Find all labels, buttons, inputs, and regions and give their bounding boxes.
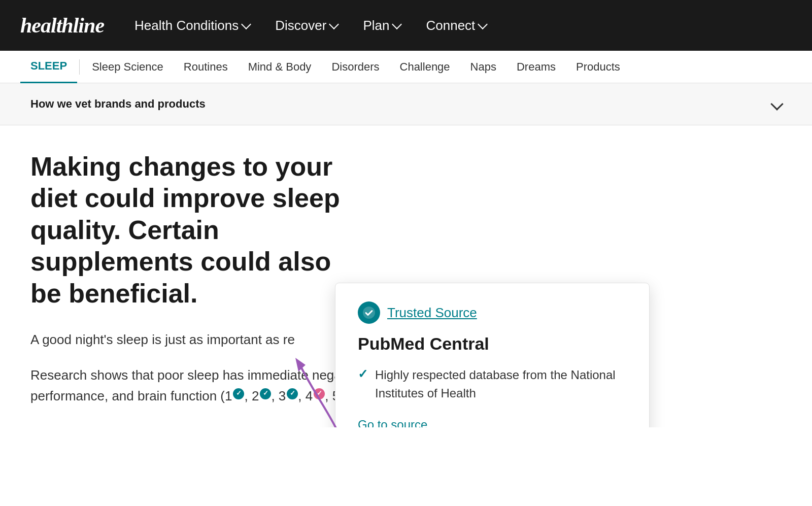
content-area: How we vet brands and products Making ch…: [0, 83, 812, 427]
chevron-down-icon: [329, 19, 340, 29]
subnav-item-mind-body[interactable]: Mind & Body: [238, 51, 322, 83]
intro-paragraph: A good night's sleep is just as importan…: [30, 329, 345, 351]
expand-chevron-icon[interactable]: [770, 97, 783, 110]
plan-link[interactable]: Plan: [363, 18, 400, 33]
nav-item-discover[interactable]: Discover: [275, 18, 337, 33]
main-content: Making changes to your diet could improv…: [0, 125, 812, 427]
trusted-source-header: Trusted Source: [358, 301, 627, 324]
sub-navigation: SLEEP Sleep Science Routines Mind & Body…: [0, 51, 812, 83]
citation-2[interactable]: ✓: [260, 388, 271, 399]
popup-title: PubMed Central: [358, 334, 627, 354]
go-to-source-link[interactable]: Go to source: [358, 418, 427, 427]
vet-bar-text: How we vet brands and products: [30, 97, 206, 111]
subnav-item-sleep[interactable]: SLEEP: [20, 51, 77, 83]
discover-link[interactable]: Discover: [275, 18, 337, 33]
citation-4[interactable]: ✓: [314, 388, 325, 399]
subnav-item-dreams[interactable]: Dreams: [506, 51, 566, 83]
svg-point-1: [363, 307, 375, 319]
trusted-icon: [358, 301, 380, 324]
connect-link[interactable]: Connect: [426, 18, 486, 33]
subnav-item-products[interactable]: Products: [566, 51, 630, 83]
subnav-item-routines[interactable]: Routines: [174, 51, 238, 83]
check-icon: ✓: [358, 367, 368, 381]
subnav-item-naps[interactable]: Naps: [460, 51, 506, 83]
nav-item-connect[interactable]: Connect: [426, 18, 486, 33]
top-navigation: healthline Health Conditions Discover Pl…: [0, 0, 812, 51]
chevron-down-icon: [392, 19, 402, 29]
trusted-source-link[interactable]: Trusted Source: [387, 305, 477, 321]
popup-description: Highly respected database from the Natio…: [375, 366, 627, 402]
subnav-item-sleep-science[interactable]: Sleep Science: [82, 51, 174, 83]
site-logo[interactable]: healthline: [20, 13, 104, 38]
checkmark-shield-icon: [362, 306, 376, 319]
chevron-down-icon: [478, 19, 488, 29]
top-nav-links: Health Conditions Discover Plan Connect: [134, 18, 486, 33]
vet-bar[interactable]: How we vet brands and products: [0, 83, 812, 125]
nav-item-plan[interactable]: Plan: [363, 18, 400, 33]
main-heading: Making changes to your diet could improv…: [30, 151, 345, 309]
subnav-item-disorders[interactable]: Disorders: [321, 51, 389, 83]
citation-1[interactable]: ✓: [233, 388, 244, 399]
chevron-down-icon: [241, 19, 251, 29]
popup-check-line: ✓ Highly respected database from the Nat…: [358, 366, 627, 402]
subnav-item-challenge[interactable]: Challenge: [390, 51, 460, 83]
trusted-source-popup: Trusted Source PubMed Central ✓ Highly r…: [335, 283, 650, 427]
nav-divider: [79, 59, 80, 75]
health-conditions-link[interactable]: Health Conditions: [134, 18, 250, 33]
nav-item-health-conditions[interactable]: Health Conditions: [134, 18, 250, 33]
citation-3[interactable]: ✓: [287, 388, 298, 399]
